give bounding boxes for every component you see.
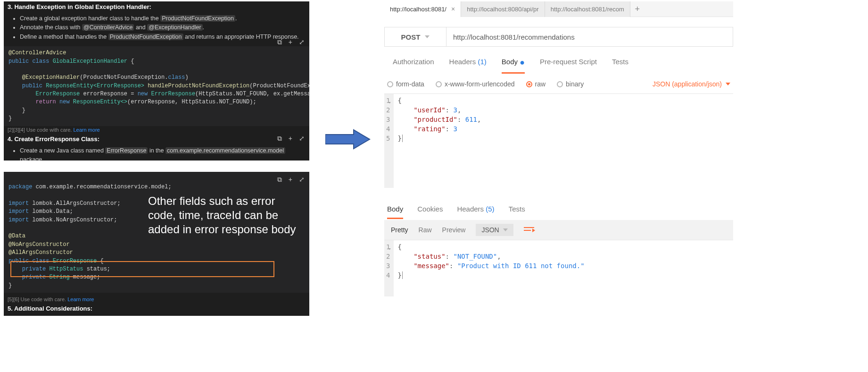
code-toolbar: ⧉ + ⤢: [277, 176, 305, 184]
editor-code[interactable]: { "userId": 3, "productId": 611, "rating…: [394, 94, 733, 188]
request-row: POST http://localhost:8081/recommendatio…: [384, 24, 733, 50]
editor-gutter: 12345: [384, 94, 394, 188]
heading-3: 3. Handle Exception in Global Exception …: [4, 1, 309, 12]
chevron-down-icon: [425, 35, 430, 38]
request-body-editor[interactable]: 12345 { "userId": 3, "productId": 611, "…: [384, 93, 733, 188]
tab-tests[interactable]: Tests: [612, 58, 628, 74]
resp-tab-cookies[interactable]: Cookies: [417, 205, 443, 219]
chevron-down-icon: [503, 228, 508, 231]
list-3: Create a global exception handler class …: [4, 14, 309, 42]
tab-headers[interactable]: Headers (1): [449, 58, 487, 74]
copy-icon[interactable]: ⧉: [277, 176, 282, 184]
expand-icon[interactable]: ⤢: [299, 38, 305, 46]
list-4: Create a new Java class named ErrorRespo…: [4, 146, 309, 161]
body-type-row: form-data x-www-form-urlencoded raw bina…: [384, 74, 733, 93]
wrap-lines-icon[interactable]: [524, 226, 534, 234]
code-block-handler: @ControllerAdvice public class GlobalExc…: [4, 46, 309, 126]
list-item: Create a new Java class named ErrorRespo…: [20, 146, 309, 161]
radio-urlencoded[interactable]: x-www-form-urlencoded: [436, 80, 515, 88]
learn-more-link[interactable]: Learn more: [73, 127, 99, 133]
response-body-viewer: 1234 { "status": "NOT_FOUND", "message":…: [384, 240, 733, 296]
view-preview[interactable]: Preview: [442, 226, 466, 234]
request-tab-bar: http://localhost:8081/× http://localhost…: [384, 1, 733, 17]
radio-binary[interactable]: binary: [557, 80, 584, 88]
heading-5: 5. Additional Considerations:: [4, 303, 309, 314]
url-input[interactable]: http://localhost:8081/recommendations: [446, 27, 733, 47]
arrow-icon: [325, 128, 371, 150]
expand-icon[interactable]: ⤢: [299, 176, 305, 184]
response-tabs: Body Cookies Headers (5) Tests: [384, 198, 733, 219]
radio-form-data[interactable]: form-data: [387, 80, 424, 88]
expand-icon[interactable]: ⤢: [299, 135, 305, 143]
code-refs: [5][6] Use code with care. Learn more: [4, 296, 309, 303]
dot-icon: ●: [520, 58, 525, 67]
copy-icon[interactable]: ⧉: [277, 135, 282, 143]
response-toolbar: Pretty Raw Preview JSON: [384, 220, 733, 240]
code-toolbar: ⧉ + ⤢: [277, 38, 305, 46]
editor-code: { "status": "NOT_FOUND", "message": "Pro…: [394, 240, 733, 296]
resp-tab-tests[interactable]: Tests: [509, 205, 525, 219]
resp-tab-body[interactable]: Body: [387, 205, 403, 219]
response-format-select[interactable]: JSON: [476, 224, 513, 236]
request-tab[interactable]: http://localhost:8081/×: [384, 1, 461, 17]
highlight-box: [10, 261, 274, 277]
tab-prerequest[interactable]: Pre-request Script: [540, 58, 597, 74]
view-pretty[interactable]: Pretty: [391, 226, 408, 234]
editor-gutter: 1234: [384, 240, 394, 296]
http-method-select[interactable]: POST: [384, 27, 446, 47]
learn-more-link[interactable]: Learn more: [67, 296, 94, 302]
api-client-panel: http://localhost:8081/× http://localhost…: [384, 1, 733, 296]
copy-icon[interactable]: ⧉: [277, 38, 282, 46]
request-tab[interactable]: http://localhost:8080/api/pr: [461, 1, 545, 17]
plus-icon[interactable]: +: [289, 38, 292, 46]
add-tab-button[interactable]: +: [630, 4, 645, 14]
radio-raw[interactable]: raw: [526, 80, 546, 88]
request-tab[interactable]: http://localhost:8081/recom: [545, 1, 630, 17]
request-subtabs: Authorization Headers (1) Body ● Pre-req…: [384, 50, 733, 74]
code-refs: [2][3][4] Use code with care. Learn more: [4, 126, 309, 134]
doc-panel-top: 3. Handle Exception in Global Exception …: [4, 1, 309, 161]
content-type-select[interactable]: JSON (application/json): [653, 80, 730, 88]
list-item: Define a method that handles the Product…: [20, 33, 309, 42]
svg-marker-0: [325, 130, 370, 149]
doc-panel-bottom: ⧉ + ⤢ package com.example.recommendation…: [4, 172, 309, 316]
plus-icon[interactable]: +: [289, 135, 292, 143]
tab-authorization[interactable]: Authorization: [393, 58, 434, 74]
plus-icon[interactable]: +: [289, 176, 292, 184]
list-item: Create a global exception handler class …: [20, 14, 309, 23]
resp-tab-headers[interactable]: Headers (5): [457, 205, 494, 219]
close-icon[interactable]: ×: [451, 5, 455, 13]
list-item: Annotate the class with @ControllerAdvic…: [20, 23, 309, 32]
heading-4: 4. Create ErrorResponse Class:: [4, 134, 309, 144]
code-toolbar: ⧉ + ⤢: [277, 135, 305, 143]
view-raw[interactable]: Raw: [419, 226, 432, 234]
tab-body[interactable]: Body ●: [502, 58, 525, 74]
chevron-down-icon: [726, 83, 730, 85]
annotation-text: Other fields such as error code, time, t…: [148, 194, 304, 237]
